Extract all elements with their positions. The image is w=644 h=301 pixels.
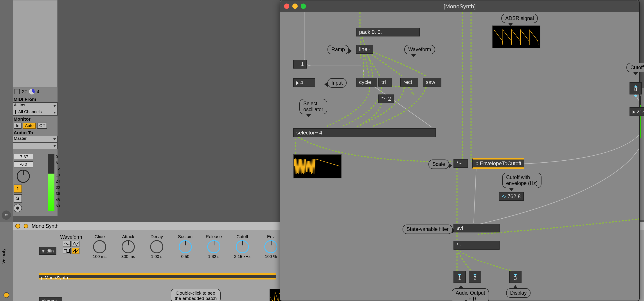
minimize-icon[interactable] [292, 4, 298, 9]
stop-clip-button[interactable] [14, 89, 20, 94]
out-3[interactable]: 3 [509, 271, 522, 283]
status-num-1: 22 [22, 89, 27, 94]
audio-to-channel-select[interactable] [13, 142, 58, 149]
volume-readout[interactable]: -6.0 [14, 161, 33, 167]
close-icon[interactable] [284, 4, 289, 9]
zoom-icon[interactable] [301, 4, 306, 9]
device-on-off-icon[interactable] [15, 224, 20, 228]
velocity-lane-tab[interactable]: Velocity [0, 222, 13, 301]
release-knob[interactable]: Release1.82 s [203, 234, 224, 259]
cutoff-bubble: Cutoff [626, 63, 644, 72]
adsr-scope [492, 26, 540, 48]
peak-level-readout[interactable]: -7.67 [14, 154, 33, 160]
select-osc-bubble: Select oscillator [300, 99, 327, 114]
cpu-pie-icon [29, 89, 35, 95]
window-title-bar[interactable]: [MonoSynth] [280, 1, 639, 12]
status-num-2: 4 [37, 89, 39, 94]
waveform-bubble: Waveform [404, 45, 435, 54]
device-activator-icon[interactable] [4, 292, 9, 298]
attack-knob[interactable]: Attack300 ms [118, 234, 139, 259]
plus1-object[interactable]: + 1 [293, 60, 307, 69]
wave-sine-icon[interactable] [63, 241, 71, 247]
audio-to-select[interactable]: Master [13, 136, 58, 142]
decay-knob[interactable]: Decay1.00 s [146, 234, 167, 259]
meter-scale: 0612182430364860 [56, 154, 60, 209]
velocity-label: Velocity [1, 248, 6, 264]
cycle-object[interactable]: cycle~ [356, 78, 377, 87]
monitor-label: Monitor [13, 116, 58, 122]
window-controls [284, 4, 306, 9]
patcher-canvas[interactable]: pack 0. 0. line~ + 1 4 Ramp Input Wavefo… [280, 12, 639, 300]
monitor-auto-button[interactable]: Auto [23, 123, 36, 129]
line-object[interactable]: line~ [356, 45, 373, 54]
number-4-object[interactable]: 4 [293, 78, 315, 87]
ableton-logo-icon: ≈ [2, 210, 11, 220]
p-monosynth-object[interactable]: p MonoSynth [39, 273, 276, 279]
track-strip: 22 4 MIDI From All Ins ❙ All Channels Mo… [13, 0, 58, 216]
wave-saw-icon[interactable] [72, 248, 80, 254]
saw-object[interactable]: saw~ [423, 78, 442, 87]
tri-object[interactable]: tri~ [378, 78, 392, 87]
times-scale-object[interactable]: *~ [454, 159, 468, 168]
track-activator-button[interactable]: 1 [14, 185, 22, 193]
max-patcher-window[interactable]: [MonoSynth] [280, 0, 640, 301]
midi-from-select[interactable]: All Ins [13, 102, 58, 109]
window-title: [MonoSynth] [444, 3, 476, 10]
input-bubble: Input [328, 78, 346, 88]
display-bubble: Display [506, 288, 530, 298]
cutoff-value-number[interactable]: ∿762.8 [499, 192, 524, 201]
svf-bubble: State-variable filter [402, 224, 452, 234]
clip-slot-area[interactable] [13, 0, 58, 87]
play-icon [296, 81, 299, 85]
solo-button[interactable]: S [14, 194, 22, 203]
scale-bubble: Scale [428, 160, 449, 169]
wave-square-icon[interactable] [63, 248, 71, 254]
sustain-knob[interactable]: Sustain0.50 [175, 234, 196, 259]
out-2[interactable]: 2 [469, 271, 481, 283]
times2-object[interactable]: *~ 2 [378, 95, 394, 103]
svf-object[interactable]: svf~ [454, 224, 500, 232]
rect-object[interactable]: rect~ [400, 78, 418, 87]
audio-out-bubble: Audio Output L + R [452, 288, 489, 301]
wave-tri-icon[interactable] [72, 241, 80, 247]
pan-knob[interactable] [17, 170, 30, 183]
out-1[interactable]: 1 [454, 271, 466, 283]
play-icon [632, 110, 635, 114]
io-routing: MIDI From All Ins ❙ All Channels Monitor… [13, 96, 58, 149]
waveform-selector[interactable]: Waveform [60, 234, 82, 259]
volume-meter[interactable]: 0612182430364860 [48, 154, 66, 213]
audio-to-label: Audio To [13, 129, 58, 136]
monitor-in-button[interactable]: In [14, 123, 22, 129]
device-title: Mono Synth [32, 223, 58, 229]
selector-object[interactable]: selector~ 4 [293, 128, 436, 137]
glide-knob[interactable]: Glide100 ms [89, 234, 110, 259]
cutoff-knob[interactable]: Cutoff2.15 kHz [232, 234, 253, 259]
pack-object[interactable]: pack 0. 0. [356, 28, 420, 37]
dblclick-hint-bubble: Double-click to see the embedded patch [171, 289, 220, 301]
times-gain-object[interactable]: *~ [454, 241, 500, 250]
cutoff-freq-number[interactable]: 2139. [630, 107, 644, 116]
env-knob[interactable]: Env100 % [260, 234, 282, 259]
ramp-bubble: Ramp [328, 45, 349, 54]
wave-scope [293, 154, 342, 178]
plugout-object[interactable]: plugout~ [39, 297, 62, 301]
midi-channel-select[interactable]: ❙ All Channels [13, 109, 58, 116]
cutoff-env-bubble: Cutoff with envelope (Hz) [502, 173, 542, 188]
arm-record-button[interactable] [14, 204, 22, 212]
envelope-to-cutoff-subpatch[interactable]: p EnvelopeToCutoff [472, 158, 524, 169]
device-preset-icon[interactable] [24, 224, 28, 228]
monitor-off-button[interactable]: Off [37, 123, 47, 129]
cutoff-stepper[interactable]: 8 [630, 82, 642, 95]
adsr-bubble: ADSR signal [501, 14, 538, 23]
midi-from-label: MIDI From [13, 96, 58, 102]
track-status-row: 22 4 [13, 87, 58, 96]
midiin-object[interactable]: midiin [39, 247, 56, 255]
